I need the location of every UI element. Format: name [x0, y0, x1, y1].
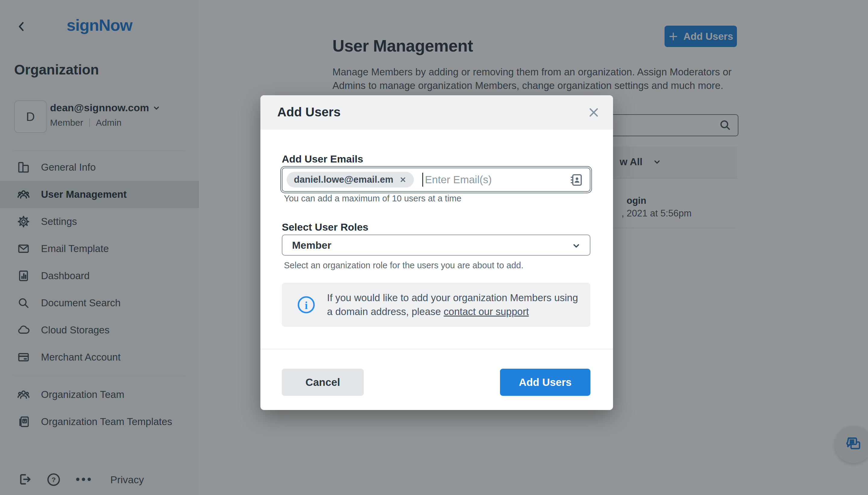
email-chip: daniel.lowe@email.em — [287, 172, 414, 188]
role-helper-text: Select an organization role for the user… — [284, 260, 523, 270]
email-input[interactable]: daniel.lowe@email.em Enter Email(s) — [282, 168, 590, 192]
role-select[interactable]: Member — [282, 235, 590, 256]
chevron-down-icon — [572, 241, 581, 250]
modal-header: Add Users — [260, 95, 613, 130]
info-banner: i If you would like to add your organiza… — [282, 283, 590, 327]
contact-support-link[interactable]: contact our support — [444, 306, 529, 317]
add-users-modal: Add Users Add User Emails daniel.lowe@em… — [260, 95, 613, 410]
email-input-placeholder: Enter Email(s) — [425, 174, 492, 186]
address-book-icon[interactable] — [569, 173, 583, 187]
text-cursor — [422, 173, 423, 187]
app-window: signNow Organization D dean@signnow.com … — [0, 0, 868, 495]
info-icon: i — [297, 295, 315, 314]
info-text-line2: a domain address, please — [327, 306, 444, 317]
info-text: If you would like to add your organizati… — [327, 291, 578, 319]
email-field-label: Add User Emails — [282, 153, 363, 165]
email-helper-text: You can add a maximum of 10 users at a t… — [284, 193, 462, 204]
cancel-button[interactable]: Cancel — [282, 369, 364, 396]
svg-text:i: i — [305, 300, 308, 311]
email-chip-label: daniel.lowe@email.em — [294, 174, 393, 185]
add-users-submit-button[interactable]: Add Users — [500, 369, 590, 396]
role-field-label: Select User Roles — [282, 221, 368, 233]
remove-email-icon[interactable] — [399, 176, 406, 183]
role-select-value: Member — [292, 239, 331, 251]
modal-title: Add Users — [277, 105, 341, 119]
info-text-line1: If you would like to add your organizati… — [327, 292, 578, 303]
close-icon[interactable] — [588, 106, 600, 118]
divider — [260, 349, 613, 349]
